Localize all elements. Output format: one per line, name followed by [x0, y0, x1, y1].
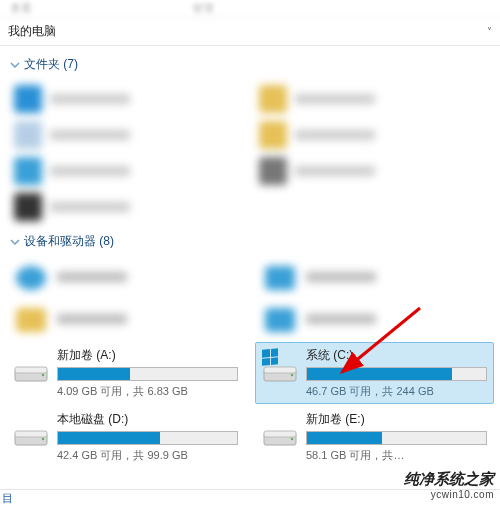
usage-bar-fill [58, 432, 160, 444]
disk-icon [262, 422, 298, 452]
usage-bar [306, 367, 487, 381]
drive-info: 58.1 GB 可用，共… [306, 448, 487, 463]
section-header-drives-label: 设备和驱动器 (8) [24, 233, 114, 250]
folder-item[interactable] [8, 153, 247, 189]
folder-grid [6, 77, 494, 227]
drive-item-c[interactable]: 系统 (C:) 46.7 GB 可用，共 244 GB [255, 342, 494, 404]
explorer-window: 查看 管理 我的电脑 ˅ 文件夹 (7) 设备和驱动器 (8) [0, 0, 500, 506]
watermark-main: 纯净系统之家 [404, 470, 494, 487]
drive-info: 42.4 GB 可用，共 99.9 GB [57, 448, 238, 463]
statusbar-text: 目 [0, 491, 15, 506]
usage-bar [57, 431, 238, 445]
svg-rect-4 [264, 367, 296, 373]
drive-name: 新加卷 (E:) [306, 411, 487, 428]
drive-item-e[interactable]: 新加卷 (E:) 58.1 GB 可用，共… [255, 406, 494, 468]
drive-name: 新加卷 (A:) [57, 347, 238, 364]
folder-item[interactable] [253, 153, 492, 189]
svg-rect-7 [15, 431, 47, 437]
disk-icon [13, 358, 49, 388]
drive-item[interactable] [6, 258, 245, 298]
drive-name: 本地磁盘 (D:) [57, 411, 238, 428]
watermark: 纯净系统之家 ycwin10.com [404, 470, 494, 500]
folder-item[interactable] [8, 81, 247, 117]
usage-bar-fill [307, 432, 382, 444]
section-header-drives[interactable]: 设备和驱动器 (8) [6, 227, 494, 254]
drives-grid: 新加卷 (A:) 4.09 GB 可用，共 6.83 GB [6, 254, 494, 468]
disk-icon [13, 422, 49, 452]
content-pane: 文件夹 (7) 设备和驱动器 (8) [0, 46, 500, 506]
section-header-folders-label: 文件夹 (7) [24, 56, 78, 73]
svg-point-2 [42, 374, 44, 376]
address-chevron-icon[interactable]: ˅ [487, 26, 492, 37]
address-title: 我的电脑 [8, 23, 56, 40]
watermark-sub: ycwin10.com [404, 489, 494, 500]
usage-bar [306, 431, 487, 445]
svg-point-11 [291, 438, 293, 440]
usage-bar [57, 367, 238, 381]
drive-item[interactable] [255, 300, 494, 340]
folder-item[interactable] [253, 81, 492, 117]
usage-bar-fill [307, 368, 452, 380]
address-bar[interactable]: 我的电脑 ˅ [0, 18, 500, 46]
drive-name: 系统 (C:) [306, 347, 487, 364]
menu-item-view[interactable]: 查看 [10, 1, 32, 16]
chevron-down-icon [10, 60, 20, 70]
windows-logo-icon [262, 348, 278, 366]
svg-point-8 [42, 438, 44, 440]
section-header-folders[interactable]: 文件夹 (7) [6, 50, 494, 77]
drive-info: 46.7 GB 可用，共 244 GB [306, 384, 487, 399]
drive-item-d[interactable]: 本地磁盘 (D:) 42.4 GB 可用，共 99.9 GB [6, 406, 245, 468]
drive-item-a[interactable]: 新加卷 (A:) 4.09 GB 可用，共 6.83 GB [6, 342, 245, 404]
menu-bar: 查看 管理 [0, 0, 500, 18]
svg-rect-10 [264, 431, 296, 437]
svg-rect-1 [15, 367, 47, 373]
drive-item[interactable] [255, 258, 494, 298]
folder-item[interactable] [8, 189, 247, 225]
chevron-down-icon [10, 237, 20, 247]
svg-point-5 [291, 374, 293, 376]
menu-item-manage[interactable]: 管理 [192, 1, 214, 16]
drive-info: 4.09 GB 可用，共 6.83 GB [57, 384, 238, 399]
folder-item[interactable] [8, 117, 247, 153]
system-disk-icon [262, 358, 298, 388]
folder-item[interactable] [253, 117, 492, 153]
usage-bar-fill [58, 368, 130, 380]
drive-item[interactable] [6, 300, 245, 340]
